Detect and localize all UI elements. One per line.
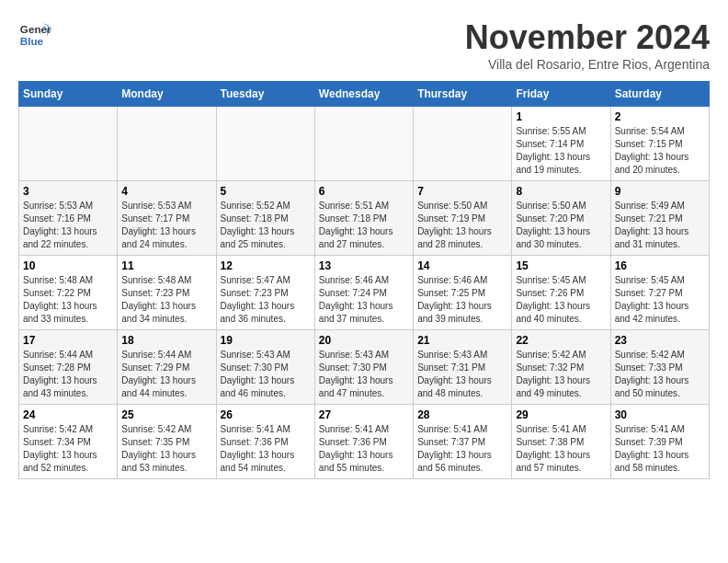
day-info: Sunrise: 5:47 AM Sunset: 7:23 PM Dayligh…: [221, 274, 311, 326]
day-number: 14: [417, 259, 507, 272]
day-number: 19: [221, 334, 311, 347]
calendar-cell: 18Sunrise: 5:44 AM Sunset: 7:29 PM Dayli…: [118, 330, 216, 405]
calendar-cell: 12Sunrise: 5:47 AM Sunset: 7:23 PM Dayli…: [216, 256, 314, 330]
calendar-header-row: SundayMondayTuesdayWednesdayThursdayFrid…: [19, 82, 710, 107]
day-number: 20: [319, 334, 409, 347]
day-info: Sunrise: 5:53 AM Sunset: 7:17 PM Dayligh…: [121, 200, 211, 251]
logo: General Blue: [18, 18, 51, 52]
calendar-cell: [216, 107, 314, 181]
day-info: Sunrise: 5:44 AM Sunset: 7:28 PM Dayligh…: [23, 349, 113, 400]
day-info: Sunrise: 5:41 AM Sunset: 7:37 PM Dayligh…: [417, 423, 507, 475]
day-number: 15: [516, 259, 606, 272]
calendar-cell: 9Sunrise: 5:49 AM Sunset: 7:21 PM Daylig…: [610, 181, 709, 256]
day-of-week-header: Thursday: [414, 82, 512, 107]
day-number: 21: [417, 334, 507, 347]
day-number: 11: [121, 259, 211, 272]
day-number: 26: [221, 408, 311, 421]
day-info: Sunrise: 5:49 AM Sunset: 7:21 PM Dayligh…: [615, 200, 705, 251]
calendar-week-row: 17Sunrise: 5:44 AM Sunset: 7:28 PM Dayli…: [19, 330, 710, 405]
day-info: Sunrise: 5:51 AM Sunset: 7:18 PM Dayligh…: [319, 200, 409, 251]
day-number: 23: [615, 334, 705, 347]
day-number: 5: [221, 185, 311, 198]
day-of-week-header: Sunday: [19, 82, 118, 107]
day-of-week-header: Friday: [512, 82, 610, 107]
svg-text:Blue: Blue: [20, 35, 44, 47]
day-number: 10: [23, 259, 113, 272]
day-info: Sunrise: 5:42 AM Sunset: 7:34 PM Dayligh…: [23, 423, 113, 475]
calendar-cell: 7Sunrise: 5:50 AM Sunset: 7:19 PM Daylig…: [414, 181, 512, 256]
calendar-cell: 30Sunrise: 5:41 AM Sunset: 7:39 PM Dayli…: [610, 405, 709, 479]
calendar-table: SundayMondayTuesdayWednesdayThursdayFrid…: [18, 81, 710, 479]
day-info: Sunrise: 5:55 AM Sunset: 7:14 PM Dayligh…: [516, 125, 606, 177]
month-title: November 2024: [465, 18, 710, 57]
day-number: 17: [23, 334, 113, 347]
day-number: 8: [516, 185, 606, 198]
day-number: 24: [23, 408, 113, 421]
calendar-week-row: 3Sunrise: 5:53 AM Sunset: 7:16 PM Daylig…: [19, 181, 710, 256]
day-info: Sunrise: 5:43 AM Sunset: 7:31 PM Dayligh…: [417, 349, 507, 400]
day-number: 13: [319, 259, 409, 272]
day-info: Sunrise: 5:42 AM Sunset: 7:35 PM Dayligh…: [121, 423, 211, 475]
calendar-week-row: 1Sunrise: 5:55 AM Sunset: 7:14 PM Daylig…: [19, 107, 710, 181]
calendar-cell: 25Sunrise: 5:42 AM Sunset: 7:35 PM Dayli…: [118, 405, 216, 479]
calendar-cell: 24Sunrise: 5:42 AM Sunset: 7:34 PM Dayli…: [19, 405, 118, 479]
calendar-cell: 21Sunrise: 5:43 AM Sunset: 7:31 PM Dayli…: [414, 330, 512, 405]
day-info: Sunrise: 5:52 AM Sunset: 7:18 PM Dayligh…: [221, 200, 311, 251]
day-info: Sunrise: 5:45 AM Sunset: 7:26 PM Dayligh…: [516, 274, 606, 326]
calendar-cell: [19, 107, 118, 181]
day-number: 4: [121, 185, 211, 198]
day-of-week-header: Monday: [118, 82, 216, 107]
page-header: General Blue November 2024 Villa del Ros…: [18, 18, 710, 72]
calendar-cell: 16Sunrise: 5:45 AM Sunset: 7:27 PM Dayli…: [610, 256, 709, 330]
calendar-cell: 22Sunrise: 5:42 AM Sunset: 7:32 PM Dayli…: [512, 330, 610, 405]
day-info: Sunrise: 5:42 AM Sunset: 7:32 PM Dayligh…: [516, 349, 606, 400]
day-info: Sunrise: 5:41 AM Sunset: 7:36 PM Dayligh…: [319, 423, 409, 475]
day-info: Sunrise: 5:41 AM Sunset: 7:36 PM Dayligh…: [221, 423, 311, 475]
calendar-cell: 29Sunrise: 5:41 AM Sunset: 7:38 PM Dayli…: [512, 405, 610, 479]
day-info: Sunrise: 5:48 AM Sunset: 7:22 PM Dayligh…: [23, 274, 113, 326]
calendar-cell: 6Sunrise: 5:51 AM Sunset: 7:18 PM Daylig…: [314, 181, 413, 256]
calendar-cell: 8Sunrise: 5:50 AM Sunset: 7:20 PM Daylig…: [512, 181, 610, 256]
day-info: Sunrise: 5:45 AM Sunset: 7:27 PM Dayligh…: [615, 274, 705, 326]
day-info: Sunrise: 5:54 AM Sunset: 7:15 PM Dayligh…: [615, 125, 705, 177]
day-of-week-header: Saturday: [610, 82, 709, 107]
calendar-cell: [314, 107, 413, 181]
calendar-cell: 3Sunrise: 5:53 AM Sunset: 7:16 PM Daylig…: [19, 181, 118, 256]
day-number: 30: [615, 408, 705, 421]
day-number: 1: [516, 110, 606, 123]
calendar-week-row: 24Sunrise: 5:42 AM Sunset: 7:34 PM Dayli…: [19, 405, 710, 479]
day-info: Sunrise: 5:50 AM Sunset: 7:20 PM Dayligh…: [516, 200, 606, 251]
day-number: 27: [319, 408, 409, 421]
calendar-cell: 17Sunrise: 5:44 AM Sunset: 7:28 PM Dayli…: [19, 330, 118, 405]
calendar-cell: 1Sunrise: 5:55 AM Sunset: 7:14 PM Daylig…: [512, 107, 610, 181]
day-of-week-header: Tuesday: [216, 82, 314, 107]
title-section: November 2024 Villa del Rosario, Entre R…: [465, 18, 710, 72]
day-info: Sunrise: 5:48 AM Sunset: 7:23 PM Dayligh…: [121, 274, 211, 326]
calendar-cell: 20Sunrise: 5:43 AM Sunset: 7:30 PM Dayli…: [314, 330, 413, 405]
calendar-cell: 15Sunrise: 5:45 AM Sunset: 7:26 PM Dayli…: [512, 256, 610, 330]
calendar-cell: [118, 107, 216, 181]
day-number: 22: [516, 334, 606, 347]
calendar-cell: 2Sunrise: 5:54 AM Sunset: 7:15 PM Daylig…: [610, 107, 709, 181]
calendar-cell: 14Sunrise: 5:46 AM Sunset: 7:25 PM Dayli…: [414, 256, 512, 330]
calendar-cell: 19Sunrise: 5:43 AM Sunset: 7:30 PM Dayli…: [216, 330, 314, 405]
calendar-week-row: 10Sunrise: 5:48 AM Sunset: 7:22 PM Dayli…: [19, 256, 710, 330]
calendar-cell: 26Sunrise: 5:41 AM Sunset: 7:36 PM Dayli…: [216, 405, 314, 479]
calendar-cell: 28Sunrise: 5:41 AM Sunset: 7:37 PM Dayli…: [414, 405, 512, 479]
day-number: 29: [516, 408, 606, 421]
location-subtitle: Villa del Rosario, Entre Rios, Argentina: [465, 57, 710, 72]
day-number: 2: [615, 110, 705, 123]
day-number: 6: [319, 185, 409, 198]
day-number: 7: [417, 185, 507, 198]
day-number: 28: [417, 408, 507, 421]
day-number: 16: [615, 259, 705, 272]
day-info: Sunrise: 5:41 AM Sunset: 7:38 PM Dayligh…: [516, 423, 606, 475]
day-info: Sunrise: 5:46 AM Sunset: 7:24 PM Dayligh…: [319, 274, 409, 326]
day-info: Sunrise: 5:43 AM Sunset: 7:30 PM Dayligh…: [319, 349, 409, 400]
day-info: Sunrise: 5:42 AM Sunset: 7:33 PM Dayligh…: [615, 349, 705, 400]
calendar-cell: 11Sunrise: 5:48 AM Sunset: 7:23 PM Dayli…: [118, 256, 216, 330]
day-number: 18: [121, 334, 211, 347]
calendar-cell: 27Sunrise: 5:41 AM Sunset: 7:36 PM Dayli…: [314, 405, 413, 479]
day-info: Sunrise: 5:46 AM Sunset: 7:25 PM Dayligh…: [417, 274, 507, 326]
day-info: Sunrise: 5:53 AM Sunset: 7:16 PM Dayligh…: [23, 200, 113, 251]
